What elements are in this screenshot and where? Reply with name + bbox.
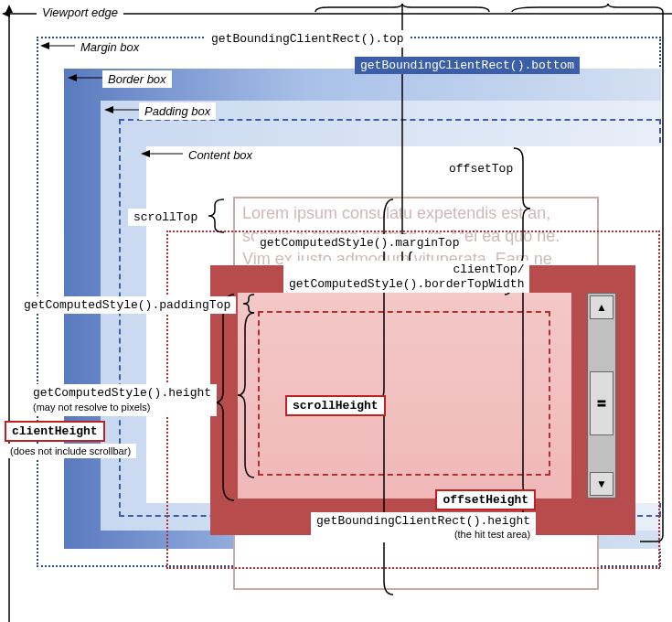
viewport-edge-label: Viewport edge [37, 4, 123, 21]
offsetheight-group: offsetHeight getBoundingClientRect().hei… [311, 489, 536, 542]
gbcr-height-label: getBoundingClientRect().height (the hit … [311, 512, 536, 542]
border-box-label: Border box [102, 70, 172, 88]
scrollbar-up-button[interactable]: ▲ [590, 295, 613, 319]
content-box-label: Content box [183, 146, 258, 164]
paddingtop-label: getComputedStyle().paddingTop [18, 296, 236, 314]
scrollheight-label: scrollHeight [285, 395, 386, 416]
gbcr-height-text: getBoundingClientRect().height [316, 514, 530, 528]
padding-box-label: Padding box [139, 102, 216, 120]
scrollbar-thumb[interactable]: 〓 [590, 371, 613, 435]
clienttop-line2: getComputedStyle().borderTopWidth [289, 277, 524, 292]
gcs-height-note: (may not resolve to pixels) [33, 402, 150, 413]
scrolltop-label: scrollTop [128, 209, 203, 226]
offsettop-label: offsetTop [443, 160, 518, 177]
svg-marker-2 [5, 5, 13, 13]
clienttop-label: clientTop/ getComputedStyle().borderTopW… [283, 261, 529, 293]
gcs-height-label: getComputedStyle().height (may not resol… [27, 384, 217, 416]
margin-box-label: Margin box [75, 38, 144, 56]
gbcr-top-label: getBoundingClientRect().top [206, 30, 410, 48]
gcs-height-text: getComputedStyle().height [33, 386, 211, 400]
clientheight-note: (does not include scrollbar) [5, 444, 136, 458]
clientheight-label: clientHeight [5, 421, 105, 442]
clienttop-line1: clientTop/ [289, 263, 524, 277]
element-content-box [258, 311, 550, 476]
gbcr-height-note: (the hit test area) [316, 529, 530, 541]
offsetheight-label: offsetHeight [435, 489, 536, 510]
gbcr-bottom-label: getBoundingClientRect().bottom [355, 57, 580, 74]
scrollbar-down-button[interactable]: ▼ [590, 472, 613, 496]
svg-marker-3 [2, 10, 10, 17]
clientheight-group: clientHeight (does not include scrollbar… [5, 421, 136, 458]
margintop-label: getComputedStyle().marginTop [254, 234, 464, 252]
scrollbar[interactable]: ▲ 〓 ▼ [587, 293, 616, 499]
